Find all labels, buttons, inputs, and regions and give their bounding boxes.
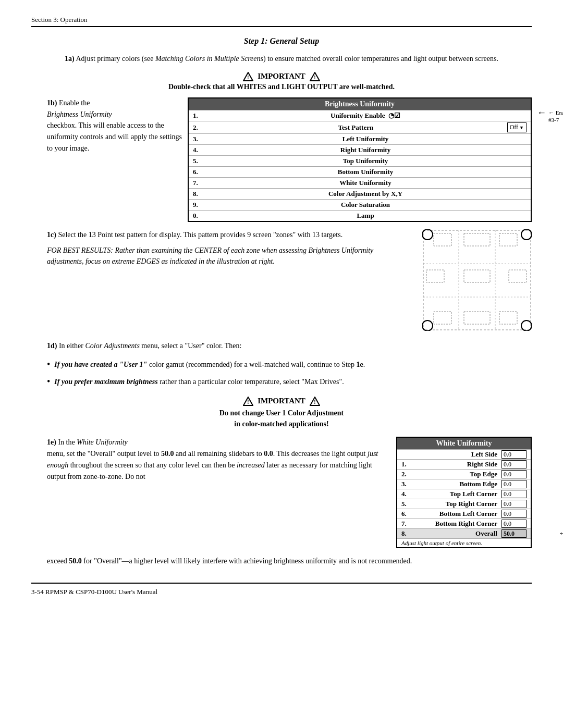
- step-1b-row: 1b) Enable the Brightness Uniformity che…: [47, 97, 532, 222]
- wu-row-leftside: Left Side 0.0: [397, 449, 531, 459]
- svg-rect-16: [426, 270, 444, 282]
- important-label-1: IMPORTANT: [258, 72, 305, 81]
- svg-rect-14: [464, 233, 490, 246]
- brightness-uniformity-table: Brightness Uniformity 1. Uniformity Enab…: [188, 97, 532, 222]
- wu-label-8: Overall: [413, 529, 501, 538]
- wu-num-4: 4.: [401, 490, 413, 498]
- important-text-1: Double-check that all WHITES and LIGHT O…: [31, 83, 532, 91]
- svg-rect-17: [464, 270, 490, 282]
- wu-row-3: 3. Bottom Edge 0.0: [397, 479, 531, 489]
- important-title-2: ! IMPORTANT !: [31, 396, 532, 405]
- step-1d: 1d) In either Color Adjustments menu, se…: [47, 340, 532, 352]
- step-1d-label: 1d): [47, 342, 57, 350]
- wu-annotation: ← Set to 50.0: [558, 528, 563, 539]
- important-text-2: Do not change User 1 Color Adjustment in…: [31, 408, 532, 429]
- annotation-text: ← Enable adjustment of options #3-7: [548, 109, 563, 124]
- step-1d-text1: In either: [59, 342, 85, 350]
- row6-label: Bottom Uniformity: [204, 168, 527, 176]
- page: Section 3: Operation Step 1: General Set…: [0, 0, 563, 728]
- wu-row-6: 6. Bottom Left Corner 0.0: [397, 509, 531, 519]
- wu-table-wrap: White Uniformity Left Side 0.0 1. Right …: [396, 437, 532, 548]
- footer: 3-54 RPMSP & CSP70-D100U User's Manual: [31, 583, 532, 596]
- step-1a-text1: Adjust primary colors (see: [76, 55, 155, 63]
- row7-label: White Uniformity: [204, 179, 527, 187]
- wu-value-5: 0.0: [501, 500, 527, 508]
- step-1d-text2: menu, select a "User" color. Then:: [140, 342, 241, 350]
- important-box-2: ! IMPORTANT ! Do not change User 1 Color…: [31, 396, 532, 429]
- step-1e-t4: . This decreases the light output: [273, 450, 368, 458]
- step-1d-italic: Color Adjustments: [85, 342, 139, 350]
- svg-rect-4: [423, 230, 531, 330]
- important-title-1: ! IMPORTANT !: [31, 71, 532, 81]
- warning-triangle-right-1: !: [310, 71, 320, 81]
- wu-label-4: Top Left Corner: [413, 490, 501, 498]
- step-1e-t1: In the: [58, 438, 77, 446]
- step-1e-label: 1e): [47, 438, 56, 446]
- svg-text:!: !: [314, 75, 315, 80]
- wu-num-8: 8.: [401, 529, 413, 538]
- wu-sub-text: Adjust light output of entire screen.: [397, 538, 531, 547]
- wu-label-7: Bottom Right Corner: [413, 520, 501, 528]
- step-1a-text2: ) to ensure matched overall color temper…: [263, 55, 498, 63]
- wu-arrow-icon: ←: [558, 528, 563, 539]
- section-header-text: Section 3: Operation: [31, 16, 88, 23]
- step-1e-text: 1e) In the White Uniformity menu, set th…: [47, 437, 391, 482]
- svg-point-10: [521, 229, 532, 240]
- brightness-row-4: 4. Right Uniformity: [189, 144, 531, 155]
- row6-num: 6.: [193, 168, 204, 176]
- step-1e-t3: and all remaining slidebars to: [174, 450, 264, 458]
- brightness-row-0: 0. Lamp: [189, 210, 531, 221]
- svg-rect-18: [509, 270, 527, 282]
- row8-num: 8.: [193, 190, 204, 198]
- step-1e-overall2: for "Overall"—a higher level will likely…: [82, 557, 412, 565]
- row3-num: 3.: [193, 135, 204, 143]
- row8-label: Color Adjustment by X,Y: [204, 190, 527, 198]
- step-1b-label: 1b): [47, 99, 57, 107]
- footer-text: 3-54 RPMSP & CSP70-D100U User's Manual: [31, 588, 157, 596]
- step-1c-text: Select the 13 Point test pattern for dis…: [58, 231, 342, 239]
- important-label-2: IMPORTANT: [258, 397, 305, 405]
- step-1e-b1: 50.0: [161, 450, 174, 458]
- step-1e-italic: White Uniformity: [77, 438, 128, 446]
- brightness-row-2: 2. Test Pattern Off ▼: [189, 121, 531, 133]
- svg-rect-15: [499, 233, 517, 246]
- wu-row-7: 7. Bottom Right Corner 0.0: [397, 519, 531, 528]
- svg-rect-20: [464, 312, 490, 324]
- svg-rect-13: [434, 233, 451, 246]
- wu-value-7: 0.0: [501, 520, 527, 528]
- wu-value-8: 50.0: [501, 529, 527, 538]
- wu-num-1: 1.: [401, 460, 413, 468]
- bullet-2-text: If you prefer maximum brightness rather …: [54, 376, 344, 388]
- row5-num: 5.: [193, 157, 204, 165]
- bullet-1: • If you have created a "User 1" color g…: [47, 359, 532, 372]
- step-1e-b2: 0.0: [264, 450, 273, 458]
- step-1e-bold3: 50.0: [69, 557, 82, 565]
- svg-point-11: [422, 320, 433, 331]
- wu-num-3: 3.: [401, 480, 413, 488]
- wu-label-6: Bottom Left Corner: [413, 510, 501, 518]
- test-pattern-dropdown[interactable]: Off ▼: [507, 122, 527, 132]
- step-1b-text2: checkbox. This will enable access to the…: [47, 121, 182, 152]
- bullet-list: • If you have created a "User 1" color g…: [47, 359, 532, 389]
- step-1e-t5: throughout the screen so that any color …: [68, 461, 237, 469]
- row1-num: 1.: [193, 112, 204, 120]
- thirteen-point-diagram: [422, 229, 532, 333]
- wu-label-2: Top Edge: [413, 470, 501, 478]
- bullet-dot-2: •: [47, 375, 50, 389]
- svg-point-12: [521, 320, 532, 331]
- row5-label: Top Uniformity: [204, 157, 527, 165]
- step-1a-italic: Matching Colors in Multiple Screens: [155, 55, 263, 63]
- row4-num: 4.: [193, 146, 204, 154]
- bullet-dot-1: •: [47, 357, 50, 372]
- arrow-left-icon: ←: [537, 107, 546, 119]
- wu-num-7: 7.: [401, 520, 413, 528]
- important-box-1: ! IMPORTANT ! Double-check that all WHIT…: [31, 71, 532, 91]
- wu-num-2: 2.: [401, 470, 413, 478]
- wu-num-5: 5.: [401, 500, 413, 508]
- step-1e-wrap: 1e) In the White Uniformity menu, set th…: [47, 437, 532, 548]
- row3-label: Left Uniformity: [204, 135, 527, 143]
- bullet-2: • If you prefer maximum brightness rathe…: [47, 376, 532, 389]
- section-header: Section 3: Operation: [31, 16, 532, 27]
- row9-num: 9.: [193, 201, 204, 209]
- wu-label-ls: Left Side: [413, 450, 501, 459]
